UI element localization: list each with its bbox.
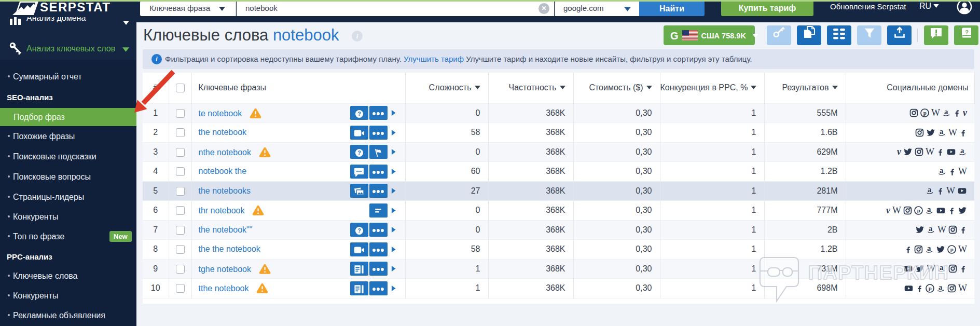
svg-text:?: ? — [357, 227, 361, 234]
svg-text:a: a — [929, 225, 933, 233]
svg-text:a: a — [960, 147, 964, 155]
svg-text:a: a — [940, 264, 944, 271]
svg-text:a: a — [940, 167, 944, 174]
svg-text:a: a — [944, 108, 948, 116]
svg-text:a: a — [938, 284, 943, 291]
svg-text:p: p — [923, 110, 927, 116]
svg-text:a: a — [927, 206, 931, 213]
svg-text:?: ? — [357, 150, 361, 156]
svg-text:a: a — [927, 245, 931, 252]
svg-text:a: a — [940, 128, 944, 135]
svg-text:p: p — [929, 285, 932, 291]
svg-text:?: ? — [965, 29, 969, 35]
svg-text:?: ? — [357, 111, 361, 117]
svg-text:p: p — [917, 207, 920, 213]
svg-text:p: p — [950, 246, 954, 252]
svg-text:a: a — [928, 186, 932, 194]
